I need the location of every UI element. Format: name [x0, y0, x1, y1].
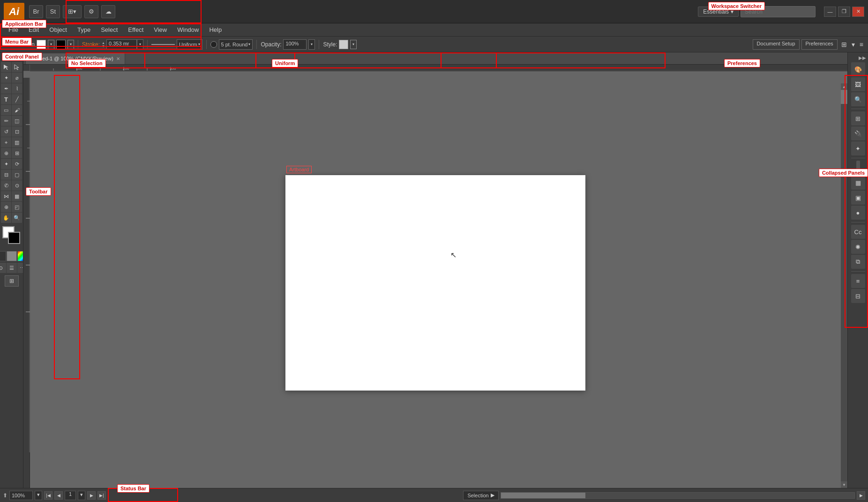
scroll-right-btn[interactable]: ▶ [857, 491, 865, 500]
column-graph-tool[interactable]: ⊟ [1, 170, 11, 180]
round-dropdown[interactable]: 5 pt. Round▾ [219, 39, 253, 50]
style-swatch[interactable] [339, 40, 348, 49]
next-page-btn[interactable]: ▶ [87, 491, 96, 500]
minimize-button[interactable]: — [824, 7, 836, 17]
grid-panel-icon[interactable]: ⊞ [851, 111, 865, 126]
color-panel-icon[interactable]: 🎨 [851, 62, 865, 76]
magic-wand-tool[interactable]: ✦ [1, 73, 11, 83]
zoom-dropdown[interactable]: ▾ [35, 491, 42, 500]
menu-view[interactable]: View [149, 24, 172, 35]
rotate-tool[interactable]: ↺ [1, 126, 11, 137]
change-mode-icon[interactable]: ⊙ [0, 263, 6, 273]
flare-tool[interactable]: ✦ [1, 159, 11, 169]
stroke-dropdown[interactable]: ▾ [67, 40, 74, 49]
line-tool[interactable]: ╱ [12, 94, 22, 104]
white-swatch-btn[interactable] [7, 251, 17, 261]
opacity-input[interactable]: 100% [283, 39, 307, 50]
toolbar-options-btn[interactable]: ⊞ [5, 275, 19, 287]
prev-page-btn[interactable]: ◀ [54, 491, 63, 500]
square-panel-icon[interactable]: ▣ [851, 191, 865, 205]
warp-tool[interactable]: ⊡ [12, 126, 22, 137]
rectangle-tool[interactable]: ▭ [1, 105, 11, 115]
color-swatch-btn[interactable] [17, 251, 24, 261]
artboard-panel-icon[interactable]: ⊟ [851, 289, 865, 303]
screen-mode-icon[interactable]: ☰ [7, 263, 17, 273]
lasso-tool[interactable]: ⌀ [12, 73, 22, 83]
bridge-icon[interactable]: Br [29, 5, 43, 18]
layers-panel-icon[interactable]: ▦ [851, 176, 865, 190]
last-page-btn[interactable]: ▶| [97, 491, 106, 500]
document-tab[interactable]: Untitled-1 @ 100% (CMYK/Preview) ✕ [25, 53, 125, 64]
measure-tool[interactable]: ⊙ [12, 180, 22, 191]
status-icon[interactable]: ⬆ [3, 492, 7, 499]
star-panel-icon[interactable]: ✦ [851, 141, 865, 155]
circle-panel-icon[interactable]: ● [851, 206, 865, 220]
vscroll-thumb[interactable] [841, 90, 847, 104]
sunburst-panel-icon[interactable]: ✺ [851, 240, 865, 254]
menu-edit[interactable]: Edit [24, 24, 44, 35]
control-panel-menu[interactable]: ≡ [858, 41, 865, 48]
search-input[interactable] [741, 6, 816, 17]
vscroll-up[interactable]: ▲ [841, 83, 847, 90]
perspective-tool[interactable]: ⋈ [1, 191, 11, 201]
selection-tool[interactable] [1, 62, 11, 72]
mesh-tool[interactable]: ⊞ [12, 148, 22, 158]
graph-tool[interactable]: ▥ [12, 137, 22, 148]
background-swatch[interactable] [8, 232, 20, 244]
preferences-button[interactable]: Preferences [801, 39, 838, 50]
direct-selection-tool[interactable] [12, 62, 22, 72]
stock-icon[interactable]: St [46, 5, 60, 18]
resize-handle[interactable] [856, 161, 860, 175]
menu-file[interactable]: File [4, 24, 23, 35]
opacity-dropdown[interactable]: ▾ [308, 39, 315, 50]
eraser-tool[interactable]: ◫ [12, 116, 22, 126]
hand-tool[interactable]: ✋ [1, 213, 11, 223]
selection-dropdown[interactable]: Selection ▶ [463, 491, 498, 500]
tab-close-button[interactable]: ✕ [116, 56, 120, 61]
app-icon-2[interactable]: ☁ [101, 5, 115, 18]
black-swatch-btn[interactable] [0, 251, 6, 261]
close-button[interactable]: ✕ [852, 7, 864, 17]
page-dropdown[interactable]: ▾ [78, 491, 85, 500]
panels-collapse[interactable]: ▶▶ [858, 54, 867, 61]
document-setup-button[interactable]: Document Setup [753, 39, 800, 50]
maximize-button[interactable]: ❐ [838, 7, 850, 17]
stroke-unit-dropdown[interactable]: ▾ [137, 39, 143, 50]
page-input[interactable]: 1 [65, 491, 76, 500]
menu-type[interactable]: Type [73, 24, 95, 35]
app-icon-1[interactable]: ⚙ [84, 5, 98, 18]
stroke-value-input[interactable]: 0.353 mr [106, 39, 137, 50]
puppet-warp-tool[interactable]: ⌖ [1, 137, 11, 148]
extras-icon[interactable]: ⋯ [17, 263, 24, 273]
vertical-scrollbar[interactable]: ▲ ▼ [841, 83, 847, 488]
workspace-dropdown[interactable]: Essentials ▾ [698, 7, 739, 17]
type-tool[interactable]: T [1, 94, 11, 104]
bar-graph-tool[interactable]: ▦ [12, 191, 22, 201]
pen-tool[interactable]: ✒ [1, 83, 11, 94]
uniform-dropdown[interactable]: Uniform▾ [177, 39, 202, 50]
arrange-icon[interactable]: ⊞ [839, 41, 849, 48]
zoom-panel-icon[interactable]: 🔍 [851, 92, 865, 106]
eyedropper-tool[interactable]: ✆ [1, 180, 11, 191]
slice-tool[interactable]: ◰ [12, 202, 22, 212]
blend-tool[interactable]: ⊕ [1, 148, 11, 158]
stroke-swatch[interactable] [56, 40, 66, 49]
plugin-panel-icon[interactable]: 🔌 [851, 126, 865, 140]
arrange-icon[interactable]: ⊞▾ [63, 5, 82, 18]
crop-marks-tool[interactable]: ⊕ [1, 202, 11, 212]
style-dropdown[interactable]: ▾ [350, 40, 357, 49]
fill-dropdown[interactable]: ▾ [48, 40, 54, 49]
color-swatches[interactable] [1, 226, 22, 250]
paintbrush-tool[interactable]: 🖌 [12, 105, 22, 115]
stroke-arrows[interactable]: ▲ ▼ [102, 41, 106, 48]
curvature-tool[interactable]: ⌇ [12, 83, 22, 94]
menu-help[interactable]: Help [204, 24, 226, 35]
copy-panel-icon[interactable]: ⧉ [851, 255, 865, 269]
pencil-tool[interactable]: ✏ [1, 116, 11, 126]
menu-window[interactable]: Window [172, 24, 203, 35]
menu-object[interactable]: Object [45, 24, 72, 35]
toolbar-collapse[interactable]: ◀◀ [13, 54, 22, 61]
vscroll-track[interactable] [841, 90, 847, 481]
h-scrollbar[interactable] [501, 492, 855, 499]
fill-swatch[interactable] [37, 40, 46, 49]
